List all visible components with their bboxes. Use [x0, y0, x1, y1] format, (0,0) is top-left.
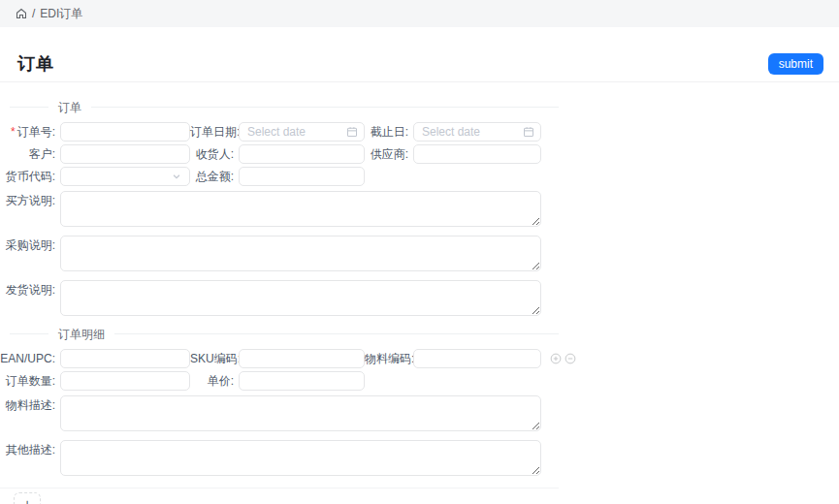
breadcrumb-separator: /	[32, 7, 35, 20]
buyer-note-label: 买方说明:	[0, 191, 60, 210]
other-desc-textarea[interactable]	[60, 440, 541, 476]
currency-select[interactable]	[60, 167, 190, 186]
ean-upc-label: EAN/UPC:	[0, 349, 60, 368]
detail-section-legend: 订单明细	[0, 325, 574, 342]
customer-label: 客户:	[0, 144, 60, 164]
material-desc-textarea[interactable]	[60, 395, 541, 431]
form-row: EAN/UPC: SKU编码: 物料编码:	[0, 349, 574, 368]
home-icon[interactable]	[16, 8, 27, 19]
currency-label: 货币代码:	[0, 167, 60, 186]
unit-price-input[interactable]	[239, 371, 365, 391]
customer-input[interactable]	[60, 144, 190, 164]
submit-button[interactable]: submit	[768, 53, 823, 75]
page-header: 订单 submit	[0, 27, 839, 82]
ean-upc-input[interactable]	[60, 349, 190, 368]
form-row: 客户: 收货人: 供应商:	[0, 144, 574, 164]
order-section-legend: 订单	[0, 98, 574, 115]
shipping-note-textarea[interactable]	[60, 280, 541, 316]
circle-minus-icon[interactable]	[565, 353, 576, 364]
order-no-label: *订单号:	[0, 122, 60, 142]
shipping-note-label: 发货说明:	[0, 280, 60, 299]
row-actions	[550, 349, 576, 368]
quantity-label: 订单数量:	[0, 371, 60, 391]
material-code-label: 物料编码:	[365, 349, 413, 368]
order-section-title: 订单	[48, 101, 91, 114]
deadline-label: 截止日:	[365, 122, 413, 142]
form-row: 其他描述:	[0, 440, 574, 476]
circle-plus-icon[interactable]	[550, 353, 562, 364]
total-amount-label: 总金额:	[190, 167, 239, 186]
breadcrumb-current: EDI订单	[40, 6, 82, 22]
form-row: 物料描述:	[0, 395, 574, 431]
deadline-date-input[interactable]	[413, 122, 541, 142]
purchase-note-textarea[interactable]	[60, 236, 541, 271]
purchase-note-label: 采购说明:	[0, 236, 60, 255]
required-mark: *	[11, 125, 16, 139]
detail-section-title: 订单明细	[48, 328, 114, 341]
supplier-input[interactable]	[413, 144, 541, 164]
form-row: 采购说明:	[0, 236, 574, 271]
form-row: 订单数量: 单价:	[0, 371, 574, 391]
sku-label: SKU编码:	[190, 349, 239, 368]
unit-price-label: 单价:	[190, 371, 239, 391]
chevron-down-icon	[172, 172, 181, 181]
order-no-input[interactable]	[60, 122, 190, 142]
section-divider	[0, 488, 559, 488]
quantity-input[interactable]	[60, 371, 190, 391]
sku-input[interactable]	[239, 349, 365, 368]
consignee-input[interactable]	[239, 144, 365, 164]
order-form: 订单 *订单号: 订单日期: 截止日: 客户: 收货人: 供应商: 货币代码: …	[0, 82, 574, 504]
other-desc-label: 其他描述:	[0, 440, 60, 459]
supplier-label: 供应商:	[365, 144, 413, 164]
total-amount-input[interactable]	[239, 167, 365, 186]
order-date-label: 订单日期:	[190, 122, 239, 142]
form-row: 买方说明:	[0, 191, 574, 227]
form-row: 货币代码: 总金额:	[0, 167, 574, 186]
form-row: 发货说明:	[0, 280, 574, 316]
add-item-button[interactable]: +	[14, 492, 41, 504]
consignee-label: 收货人:	[190, 144, 239, 164]
page-title: 订单	[17, 52, 54, 76]
form-row: *订单号: 订单日期: 截止日:	[0, 122, 574, 142]
buyer-note-textarea[interactable]	[60, 191, 541, 227]
material-desc-label: 物料描述:	[0, 395, 60, 415]
breadcrumb: / EDI订单	[0, 0, 839, 27]
order-date-input[interactable]	[239, 122, 365, 142]
material-code-input[interactable]	[413, 349, 541, 368]
